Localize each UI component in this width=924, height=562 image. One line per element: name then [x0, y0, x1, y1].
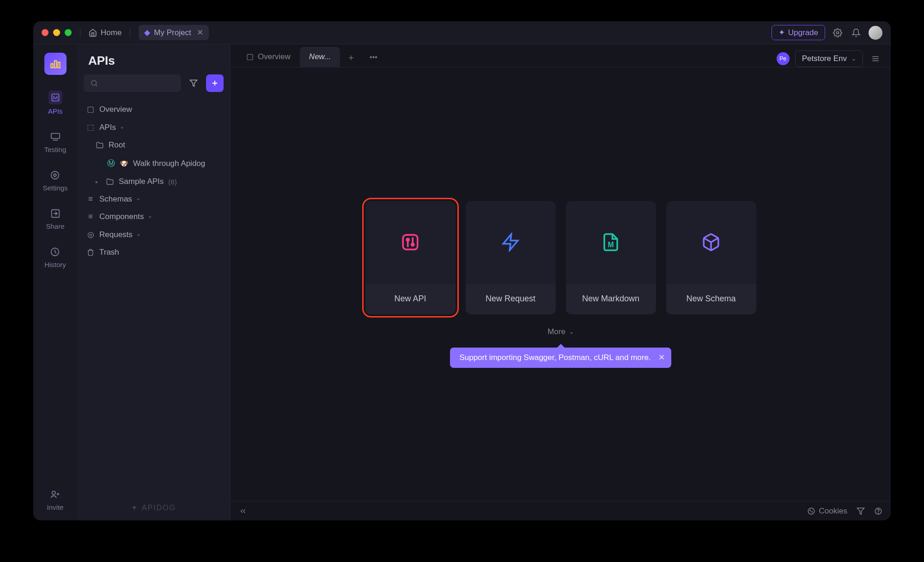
new-schema-label: New Schema — [666, 284, 756, 314]
plus-small-icon[interactable]: + — [121, 125, 126, 130]
panel-toggle-button[interactable] — [869, 52, 882, 66]
new-request-label: New Request — [466, 284, 556, 314]
tree-components[interactable]: ≡ Components + — [77, 208, 230, 226]
home-icon — [89, 29, 97, 37]
plus-small-icon[interactable]: + — [137, 196, 142, 202]
new-markdown-card[interactable]: M New Markdown — [566, 201, 656, 314]
plus-icon — [211, 79, 219, 87]
plus-icon — [347, 54, 355, 61]
tree-components-label: Components — [99, 212, 144, 221]
cookies-label: Cookies — [819, 507, 847, 516]
close-window-button[interactable] — [42, 29, 49, 36]
tree-sample[interactable]: ▸ Sample APIs (8) — [77, 173, 230, 190]
content-area: New API New Request M New Markdown — [231, 67, 891, 501]
tab-overview[interactable]: ▢ Overview — [237, 46, 300, 67]
svg-point-26 — [412, 244, 414, 246]
tree-requests[interactable]: ◎ Requests + — [77, 226, 230, 244]
markdown-icon: Ⓜ — [107, 158, 115, 169]
tree-schemas-label: Schemas — [99, 195, 132, 204]
filter-icon — [189, 79, 198, 87]
env-name: Petstore Env — [802, 54, 847, 63]
tree-trash[interactable]: Trash — [77, 244, 230, 261]
new-schema-card[interactable]: New Schema — [666, 201, 756, 314]
svg-point-0 — [837, 31, 839, 34]
cookies-button[interactable]: Cookies — [807, 507, 847, 516]
tree-overview[interactable]: ▢ Overview — [77, 100, 230, 118]
tree-apis-label: APIs — [99, 123, 116, 132]
testing-icon — [49, 131, 61, 143]
minimize-window-button[interactable] — [53, 29, 60, 36]
overview-icon: ▢ — [86, 104, 95, 114]
plus-small-icon[interactable]: + — [137, 232, 143, 238]
sidebar: APIs ▢ Overview ⬚ APIs — [77, 44, 231, 520]
rail-testing[interactable]: Testing — [44, 131, 67, 153]
settings-button[interactable] — [832, 27, 844, 39]
app-logo[interactable] — [44, 53, 67, 75]
new-api-card[interactable]: New API — [365, 201, 456, 314]
rail-share[interactable]: Share — [46, 208, 64, 230]
sparkle-icon: ✦ — [778, 28, 785, 37]
env-selector[interactable]: Petstore Env ⌄ — [795, 50, 863, 67]
upgrade-button[interactable]: ✦ Upgrade — [772, 25, 825, 40]
extensions-button[interactable] — [857, 507, 865, 515]
cookie-icon — [807, 507, 815, 515]
sidebar-toolbar — [77, 74, 230, 98]
more-button[interactable]: More ⌄ — [547, 327, 574, 336]
tree-overview-label: Overview — [99, 105, 132, 114]
new-request-card[interactable]: New Request — [466, 201, 556, 314]
new-tab-button[interactable] — [340, 49, 362, 67]
home-label: Home — [101, 28, 122, 37]
help-button[interactable] — [874, 507, 882, 515]
tabs-row: ▢ Overview New... ••• Pe Petstore Env ⌄ — [231, 44, 891, 67]
tree-sample-count: (8) — [168, 178, 176, 186]
collapse-sidebar-button[interactable] — [239, 507, 247, 515]
rail-apis[interactable]: APIs — [48, 91, 63, 115]
help-icon — [874, 507, 882, 515]
tree-root-label: Root — [109, 140, 125, 150]
rail-share-label: Share — [46, 222, 64, 230]
user-avatar[interactable] — [869, 26, 882, 40]
separator — [130, 28, 130, 37]
new-api-label: New API — [365, 284, 456, 314]
svg-marker-35 — [857, 508, 864, 514]
tree-root[interactable]: Root — [77, 136, 230, 154]
rail-history-label: History — [44, 261, 66, 269]
tree-walk[interactable]: Ⓜ 🐶 Walk through Apidog — [77, 154, 230, 173]
import-tip: Support importing Swagger, Postman, cURL… — [450, 348, 671, 368]
rail-invite[interactable]: Invite — [47, 489, 64, 511]
svg-point-7 — [54, 174, 57, 177]
more-dots-icon: ••• — [370, 53, 377, 61]
tree-schemas[interactable]: ≡ Schemas + — [77, 190, 230, 208]
history-icon — [49, 246, 61, 258]
svg-rect-2 — [54, 61, 56, 68]
env-badge[interactable]: Pe — [777, 52, 790, 65]
cube-icon — [701, 232, 721, 252]
settings-rail-icon — [49, 169, 61, 181]
tab-new[interactable]: New... — [300, 47, 340, 67]
add-button[interactable] — [206, 74, 224, 92]
share-icon — [49, 208, 61, 220]
tip-close-button[interactable]: ✕ — [658, 353, 665, 362]
api-icon — [401, 232, 420, 252]
brand-text: APIDOG — [142, 504, 176, 512]
overview-tab-icon: ▢ — [246, 52, 254, 61]
separator — [80, 28, 80, 37]
rail-settings-label: Settings — [43, 184, 67, 192]
tab-more-button[interactable]: ••• — [362, 48, 385, 67]
svg-point-25 — [407, 238, 409, 241]
menu-icon — [871, 55, 880, 63]
upgrade-label: Upgrade — [788, 28, 818, 37]
rail-history[interactable]: History — [44, 246, 66, 269]
search-input[interactable] — [84, 74, 181, 92]
project-tab[interactable]: ◆ My Project ✕ — [139, 25, 208, 40]
close-project-icon[interactable]: ✕ — [197, 28, 203, 37]
rail-settings[interactable]: Settings — [43, 169, 67, 192]
notifications-button[interactable] — [850, 27, 862, 39]
maximize-window-button[interactable] — [65, 29, 72, 36]
rail-apis-label: APIs — [48, 107, 63, 115]
tree-apis[interactable]: ⬚ APIs + — [77, 118, 230, 136]
plus-small-icon[interactable]: + — [148, 214, 154, 220]
filter-button[interactable] — [185, 74, 202, 92]
home-button[interactable]: Home — [89, 28, 122, 37]
tree-sample-label: Sample APIs — [119, 177, 164, 186]
